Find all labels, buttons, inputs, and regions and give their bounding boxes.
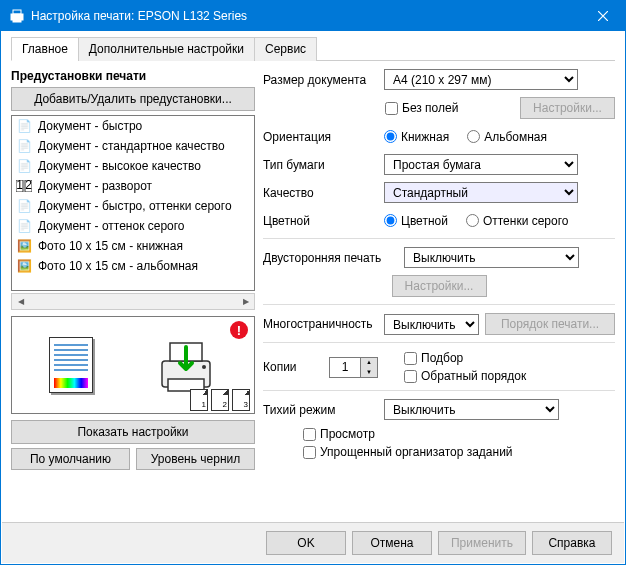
preview-area: ! 123 — [11, 316, 255, 414]
cancel-button[interactable]: Отмена — [352, 531, 432, 555]
orientation-label: Ориентация — [263, 130, 378, 144]
doc-size-label: Размер документа — [263, 73, 378, 87]
copies-input[interactable] — [330, 358, 360, 377]
svg-rect-1 — [13, 10, 21, 14]
page-order-button: Порядок печати... — [485, 313, 615, 335]
document-icon: 📄 — [16, 138, 32, 154]
tab-bar: Главное Дополнительные настройки Сервис — [11, 36, 615, 61]
quiet-mode-select[interactable]: Выключить — [384, 399, 559, 420]
show-settings-button[interactable]: Показать настройки — [11, 420, 255, 444]
preset-label: Документ - высокое качество — [38, 159, 201, 173]
preset-item[interactable]: 📄Документ - быстро — [12, 116, 254, 136]
preset-item[interactable]: 🖼️Фото 10 х 15 см - книжная — [12, 236, 254, 256]
preset-item[interactable]: 📄Документ - быстро, оттенки серого — [12, 196, 254, 216]
quiet-mode-label: Тихий режим — [263, 403, 378, 417]
scroll-right-button[interactable]: ▶ — [237, 294, 254, 309]
collate-checkbox[interactable]: Подбор — [404, 351, 526, 365]
presets-heading: Предустановки печати — [11, 69, 255, 83]
titlebar: Настройка печати: EPSON L132 Series — [1, 1, 625, 31]
layout-icons: 123 — [190, 389, 250, 411]
document-icon: 📄 — [16, 158, 32, 174]
tab-main[interactable]: Главное — [11, 37, 79, 61]
quality-label: Качество — [263, 186, 378, 200]
duplex-label: Двусторонняя печать — [263, 251, 398, 265]
spread-icon: 12 — [16, 178, 32, 194]
preset-label: Документ - оттенок серого — [38, 219, 185, 233]
svg-text:2: 2 — [25, 180, 32, 192]
ink-levels-button[interactable]: Уровень чернил — [136, 448, 255, 470]
scroll-track[interactable] — [29, 294, 237, 309]
photo-icon: 🖼️ — [16, 238, 32, 254]
preset-label: Документ - быстро, оттенки серого — [38, 199, 232, 213]
copies-down-button[interactable]: ▼ — [361, 367, 377, 377]
color-radio[interactable]: Цветной — [384, 214, 448, 228]
reverse-order-checkbox[interactable]: Обратный порядок — [404, 369, 526, 383]
document-gray-icon: 📄 — [16, 198, 32, 214]
window-title: Настройка печати: EPSON L132 Series — [31, 9, 580, 23]
preset-label: Фото 10 х 15 см - книжная — [38, 239, 183, 253]
tab-service[interactable]: Сервис — [254, 37, 317, 61]
simple-job-organizer-checkbox[interactable]: Упрощенный организатор заданий — [303, 445, 603, 459]
multipage-label: Многостраничность — [263, 317, 378, 331]
ok-button[interactable]: OK — [266, 531, 346, 555]
help-button[interactable]: Справка — [532, 531, 612, 555]
svg-point-10 — [202, 365, 206, 369]
apply-button: Применить — [438, 531, 526, 555]
svg-text:1: 1 — [16, 180, 23, 192]
preset-label: Документ - разворот — [38, 179, 152, 193]
dialog-footer: OK Отмена Применить Справка — [2, 522, 624, 563]
printer-preview-icon — [154, 333, 218, 397]
preset-label: Фото 10 х 15 см - альбомная — [38, 259, 198, 273]
printer-icon — [9, 8, 25, 24]
paper-type-label: Тип бумаги — [263, 158, 378, 172]
borderless-checkbox[interactable]: Без полей — [385, 101, 458, 115]
preset-item[interactable]: 📄Документ - оттенок серого — [12, 216, 254, 236]
preview-checkbox[interactable]: Просмотр — [303, 427, 603, 441]
warning-badge-icon: ! — [230, 321, 248, 339]
defaults-button[interactable]: По умолчанию — [11, 448, 130, 470]
add-remove-presets-button[interactable]: Добавить/Удалить предустановки... — [11, 87, 255, 111]
orientation-portrait-radio[interactable]: Книжная — [384, 130, 449, 144]
document-gray-icon: 📄 — [16, 218, 32, 234]
photo-icon: 🖼️ — [16, 258, 32, 274]
quality-select[interactable]: Стандартный — [384, 182, 578, 203]
preset-label: Документ - быстро — [38, 119, 142, 133]
copies-label: Копии — [263, 360, 323, 374]
horizontal-scrollbar[interactable]: ◀ ▶ — [11, 293, 255, 310]
doc-size-select[interactable]: A4 (210 x 297 мм) — [384, 69, 578, 90]
scroll-left-button[interactable]: ◀ — [12, 294, 29, 309]
color-label: Цветной — [263, 214, 378, 228]
svg-rect-2 — [13, 18, 21, 22]
page-preview — [49, 337, 93, 393]
orientation-landscape-radio[interactable]: Альбомная — [467, 130, 547, 144]
copies-up-button[interactable]: ▲ — [361, 358, 377, 368]
preset-list[interactable]: 📄Документ - быстро 📄Документ - стандартн… — [11, 115, 255, 291]
preset-label: Документ - стандартное качество — [38, 139, 225, 153]
duplex-select[interactable]: Выключить — [404, 247, 579, 268]
close-button[interactable] — [580, 1, 625, 31]
grayscale-radio[interactable]: Оттенки серого — [466, 214, 569, 228]
preset-item[interactable]: 🖼️Фото 10 х 15 см - альбомная — [12, 256, 254, 276]
paper-type-select[interactable]: Простая бумага — [384, 154, 578, 175]
copies-spinner[interactable]: ▲ ▼ — [329, 357, 378, 378]
preset-item[interactable]: 📄Документ - высокое качество — [12, 156, 254, 176]
duplex-settings-button: Настройки... — [392, 275, 487, 297]
document-icon: 📄 — [16, 118, 32, 134]
multipage-select[interactable]: Выключить — [384, 314, 479, 335]
tab-extra[interactable]: Дополнительные настройки — [78, 37, 255, 61]
preset-item[interactable]: 12Документ - разворот — [12, 176, 254, 196]
preset-item[interactable]: 📄Документ - стандартное качество — [12, 136, 254, 156]
borderless-settings-button: Настройки... — [520, 97, 615, 119]
